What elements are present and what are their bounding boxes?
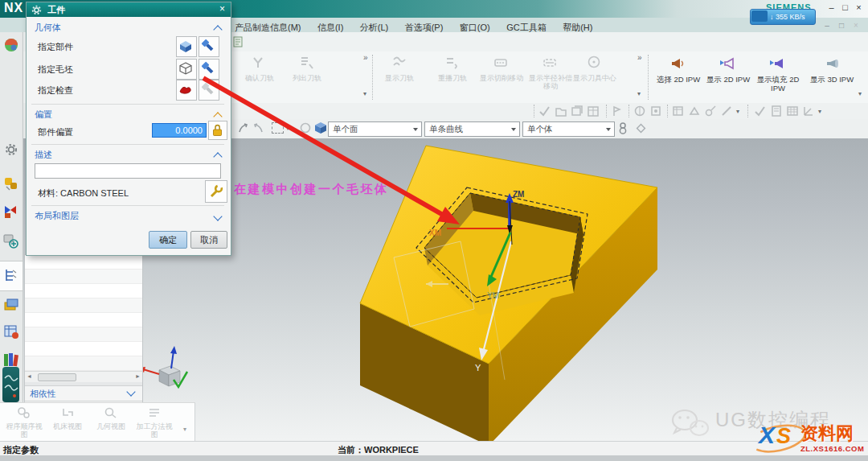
toolbar-overflow-caret[interactable]: ▾ (183, 426, 186, 433)
show-toolpath-button[interactable]: 显示刀轨 (376, 55, 423, 82)
mini-brush-icon[interactable] (720, 105, 733, 117)
snap-diamond-icon[interactable] (635, 122, 646, 134)
scope-dropdown-3[interactable]: 单个体 (522, 121, 615, 137)
child-minimize-button[interactable]: – (821, 21, 833, 30)
show-filled-2d-ipw-button[interactable]: 显示填充 2D IPW (752, 56, 804, 93)
dialog-close-icon[interactable]: × (216, 3, 228, 14)
mini-flag-icon[interactable] (611, 105, 624, 117)
mini-grid-icon[interactable] (587, 105, 600, 117)
mini-check-icon[interactable] (538, 105, 551, 117)
navigator-row[interactable] (25, 327, 142, 342)
template-stack-icon[interactable] (3, 296, 19, 312)
restore-button[interactable]: □ (839, 2, 851, 12)
mini-axis-icon[interactable] (802, 105, 815, 117)
solid-body-icon[interactable] (313, 121, 328, 135)
offset-lock-button[interactable] (208, 121, 227, 140)
show-check-button[interactable] (199, 80, 219, 101)
navigator-row[interactable] (25, 270, 142, 284)
tool-library-icon[interactable] (3, 175, 19, 191)
ok-button[interactable]: 确定 (149, 231, 187, 249)
list-toolpath-button[interactable]: 列出刀轨 (283, 55, 331, 82)
section-layout-layers[interactable]: 布局和图层 (35, 210, 79, 222)
program-order-view-button[interactable]: 程序顺序视图 (3, 406, 45, 439)
mini-table1-icon[interactable] (672, 105, 685, 117)
scope-dropdown-2[interactable]: 单条曲线 (424, 121, 520, 137)
mini-folder-icon[interactable] (555, 105, 567, 117)
description-input[interactable] (35, 163, 221, 179)
minimize-button[interactable]: – (825, 2, 837, 12)
specify-part-button[interactable] (176, 36, 197, 57)
navigator-row[interactable] (25, 342, 142, 356)
chevron-down-icon[interactable] (126, 387, 135, 396)
show-2d-ipw-button[interactable]: 显示 2D IPW (704, 56, 752, 84)
part-offset-input[interactable]: 0.0000 (152, 123, 207, 138)
show-blank-button[interactable] (199, 59, 219, 80)
navigator-section-dependencies[interactable]: 相依性 (25, 385, 142, 401)
mini-table3-icon[interactable] (704, 105, 717, 117)
chevron-up-icon[interactable] (213, 152, 222, 161)
navigator-row[interactable] (25, 284, 142, 298)
replay-toolpath-button[interactable]: 重播刀轨 (429, 55, 476, 82)
mini-view2-icon[interactable] (649, 105, 662, 117)
dropdown-arrow-icon[interactable] (511, 128, 516, 131)
specify-blank-button[interactable] (176, 59, 197, 80)
show-tool-center-button[interactable]: 显示刀具中心 (572, 55, 617, 82)
group2-caret[interactable]: ▾ (637, 90, 641, 97)
chevron-down-icon[interactable] (213, 212, 222, 220)
assembly-sphere-icon[interactable] (3, 37, 19, 53)
scrollbar-thumb[interactable] (38, 373, 76, 381)
show-radius-comp-button[interactable]: 显示半径补偿移动 (527, 55, 574, 91)
document-icon[interactable] (231, 35, 244, 48)
verify-toolpath-button[interactable]: 确认刀轨 (235, 55, 284, 82)
chevron-up-icon[interactable] (213, 112, 222, 121)
navigator-row[interactable] (25, 313, 142, 327)
marquee-select-icon[interactable] (272, 122, 284, 134)
workpiece-dialog[interactable]: 工件 × 几何体 指定部件 指定毛坯 指定检 (26, 2, 231, 256)
machine-tool-view-button[interactable]: 机床视图 (47, 406, 88, 430)
mini-layers-icon[interactable] (571, 105, 583, 117)
operation-navigator-panel[interactable]: ◄ ► 相依性 细节 (24, 254, 143, 405)
machining-method-view-button[interactable]: 加工方法视图 (133, 406, 175, 439)
scroll-right-arrow[interactable]: ► (135, 373, 141, 379)
child-restore-button[interactable]: □ (836, 21, 847, 30)
section-description[interactable]: 描述 (35, 149, 52, 161)
highlight-icon[interactable] (299, 121, 312, 134)
deselect-arrow-icon[interactable] (252, 121, 265, 134)
mini-caret1[interactable]: ▾ (736, 108, 739, 115)
machining-wizard-icon[interactable] (3, 203, 19, 219)
mini-check2-icon[interactable] (754, 105, 767, 117)
snap-point-icon[interactable] (617, 121, 628, 134)
scroll-left-arrow[interactable]: ◄ (27, 373, 32, 379)
mini-table2-icon[interactable] (688, 105, 701, 117)
specify-check-button[interactable] (176, 80, 197, 101)
scope-dropdown-1[interactable]: 单个面 (328, 121, 422, 137)
section-offset[interactable]: 偏置 (35, 109, 52, 121)
child-close-button[interactable]: × (850, 21, 862, 30)
select-2d-ipw-button[interactable]: 选择 2D IPW (654, 56, 702, 84)
chevron-up-icon[interactable] (213, 25, 222, 34)
dropdown-arrow-icon[interactable] (606, 128, 611, 131)
process-assistant-icon[interactable] (3, 233, 19, 249)
navigator-row[interactable] (25, 255, 142, 270)
settings-gear-icon[interactable] (5, 143, 18, 156)
horizontal-scrollbar[interactable]: ◄ ► (25, 371, 142, 382)
marquee-caret[interactable]: ▾ (286, 125, 289, 132)
show-part-button[interactable] (199, 36, 219, 57)
close-button[interactable]: × (853, 2, 865, 12)
navigator-row[interactable] (25, 356, 142, 371)
mini-doc2-icon[interactable] (770, 105, 783, 117)
part-family-icon[interactable] (3, 323, 19, 340)
group1-caret[interactable]: ▾ (363, 90, 366, 97)
cancel-button[interactable]: 取消 (190, 231, 227, 249)
roller-panel-stub[interactable] (2, 367, 19, 402)
group2-overflow[interactable]: » (637, 53, 642, 62)
active-navigator-tab[interactable] (0, 261, 23, 291)
show-3d-ipw-button[interactable]: 显示 3D IPW (807, 56, 857, 84)
navigator-row[interactable] (25, 298, 142, 313)
geometry-view-button[interactable]: 几何视图 (90, 406, 132, 430)
section-geometry[interactable]: 几何体 (35, 22, 61, 34)
dialog-title-bar[interactable]: 工件 × (27, 2, 231, 17)
network-speed-badge[interactable]: ↓ 355 KB/s (750, 9, 816, 25)
dropdown-arrow-icon[interactable] (413, 128, 418, 131)
show-cut-moves-button[interactable]: 显示切削移动 (479, 55, 524, 82)
